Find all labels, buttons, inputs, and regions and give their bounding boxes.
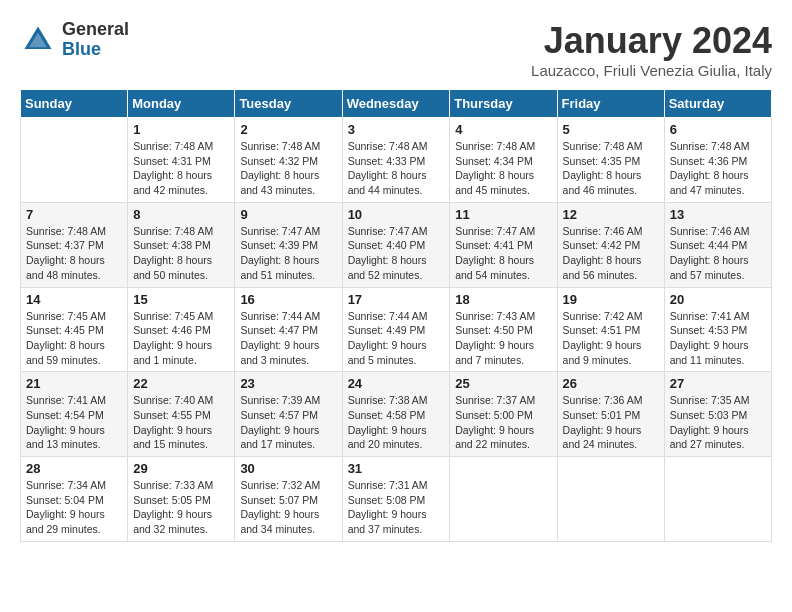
calendar-cell: 9Sunrise: 7:47 AM Sunset: 4:39 PM Daylig… (235, 202, 342, 287)
calendar-cell: 23Sunrise: 7:39 AM Sunset: 4:57 PM Dayli… (235, 372, 342, 457)
day-info: Sunrise: 7:48 AM Sunset: 4:32 PM Dayligh… (240, 139, 336, 198)
logo-icon (20, 22, 56, 58)
calendar-cell: 4Sunrise: 7:48 AM Sunset: 4:34 PM Daylig… (450, 118, 557, 203)
calendar-cell: 19Sunrise: 7:42 AM Sunset: 4:51 PM Dayli… (557, 287, 664, 372)
day-info: Sunrise: 7:46 AM Sunset: 4:42 PM Dayligh… (563, 224, 659, 283)
calendar-day-header: Saturday (664, 90, 771, 118)
day-number: 28 (26, 461, 122, 476)
page-header: General Blue January 2024 Lauzacco, Friu… (20, 20, 772, 79)
day-number: 11 (455, 207, 551, 222)
calendar-cell: 6Sunrise: 7:48 AM Sunset: 4:36 PM Daylig… (664, 118, 771, 203)
day-number: 22 (133, 376, 229, 391)
day-number: 27 (670, 376, 766, 391)
day-info: Sunrise: 7:48 AM Sunset: 4:31 PM Dayligh… (133, 139, 229, 198)
calendar-cell: 2Sunrise: 7:48 AM Sunset: 4:32 PM Daylig… (235, 118, 342, 203)
day-number: 29 (133, 461, 229, 476)
day-number: 20 (670, 292, 766, 307)
day-number: 24 (348, 376, 445, 391)
calendar-cell: 22Sunrise: 7:40 AM Sunset: 4:55 PM Dayli… (128, 372, 235, 457)
calendar-header-row: SundayMondayTuesdayWednesdayThursdayFrid… (21, 90, 772, 118)
calendar-cell: 11Sunrise: 7:47 AM Sunset: 4:41 PM Dayli… (450, 202, 557, 287)
calendar-day-header: Thursday (450, 90, 557, 118)
calendar-day-header: Friday (557, 90, 664, 118)
day-info: Sunrise: 7:45 AM Sunset: 4:45 PM Dayligh… (26, 309, 122, 368)
day-info: Sunrise: 7:48 AM Sunset: 4:34 PM Dayligh… (455, 139, 551, 198)
calendar-cell: 30Sunrise: 7:32 AM Sunset: 5:07 PM Dayli… (235, 457, 342, 542)
day-info: Sunrise: 7:35 AM Sunset: 5:03 PM Dayligh… (670, 393, 766, 452)
calendar-cell (664, 457, 771, 542)
day-info: Sunrise: 7:47 AM Sunset: 4:39 PM Dayligh… (240, 224, 336, 283)
day-info: Sunrise: 7:43 AM Sunset: 4:50 PM Dayligh… (455, 309, 551, 368)
logo: General Blue (20, 20, 129, 60)
calendar-week-row: 28Sunrise: 7:34 AM Sunset: 5:04 PM Dayli… (21, 457, 772, 542)
day-number: 1 (133, 122, 229, 137)
day-info: Sunrise: 7:48 AM Sunset: 4:33 PM Dayligh… (348, 139, 445, 198)
day-number: 7 (26, 207, 122, 222)
calendar-cell: 17Sunrise: 7:44 AM Sunset: 4:49 PM Dayli… (342, 287, 450, 372)
calendar-cell: 5Sunrise: 7:48 AM Sunset: 4:35 PM Daylig… (557, 118, 664, 203)
day-number: 6 (670, 122, 766, 137)
calendar-cell: 26Sunrise: 7:36 AM Sunset: 5:01 PM Dayli… (557, 372, 664, 457)
day-number: 30 (240, 461, 336, 476)
calendar-cell: 15Sunrise: 7:45 AM Sunset: 4:46 PM Dayli… (128, 287, 235, 372)
calendar-day-header: Tuesday (235, 90, 342, 118)
title-section: January 2024 Lauzacco, Friuli Venezia Gi… (531, 20, 772, 79)
calendar-cell: 14Sunrise: 7:45 AM Sunset: 4:45 PM Dayli… (21, 287, 128, 372)
calendar-cell: 25Sunrise: 7:37 AM Sunset: 5:00 PM Dayli… (450, 372, 557, 457)
day-info: Sunrise: 7:42 AM Sunset: 4:51 PM Dayligh… (563, 309, 659, 368)
day-number: 4 (455, 122, 551, 137)
calendar-cell (557, 457, 664, 542)
day-info: Sunrise: 7:44 AM Sunset: 4:47 PM Dayligh… (240, 309, 336, 368)
day-info: Sunrise: 7:41 AM Sunset: 4:53 PM Dayligh… (670, 309, 766, 368)
calendar-cell: 24Sunrise: 7:38 AM Sunset: 4:58 PM Dayli… (342, 372, 450, 457)
calendar-week-row: 7Sunrise: 7:48 AM Sunset: 4:37 PM Daylig… (21, 202, 772, 287)
calendar-cell: 27Sunrise: 7:35 AM Sunset: 5:03 PM Dayli… (664, 372, 771, 457)
logo-text: General Blue (62, 20, 129, 60)
calendar-cell: 7Sunrise: 7:48 AM Sunset: 4:37 PM Daylig… (21, 202, 128, 287)
calendar-day-header: Monday (128, 90, 235, 118)
day-info: Sunrise: 7:47 AM Sunset: 4:40 PM Dayligh… (348, 224, 445, 283)
day-number: 3 (348, 122, 445, 137)
calendar-day-header: Wednesday (342, 90, 450, 118)
day-info: Sunrise: 7:47 AM Sunset: 4:41 PM Dayligh… (455, 224, 551, 283)
calendar-cell: 1Sunrise: 7:48 AM Sunset: 4:31 PM Daylig… (128, 118, 235, 203)
day-number: 21 (26, 376, 122, 391)
calendar-cell: 13Sunrise: 7:46 AM Sunset: 4:44 PM Dayli… (664, 202, 771, 287)
calendar-cell: 20Sunrise: 7:41 AM Sunset: 4:53 PM Dayli… (664, 287, 771, 372)
day-number: 17 (348, 292, 445, 307)
day-number: 13 (670, 207, 766, 222)
day-number: 26 (563, 376, 659, 391)
day-number: 12 (563, 207, 659, 222)
calendar-cell: 29Sunrise: 7:33 AM Sunset: 5:05 PM Dayli… (128, 457, 235, 542)
day-info: Sunrise: 7:33 AM Sunset: 5:05 PM Dayligh… (133, 478, 229, 537)
day-info: Sunrise: 7:48 AM Sunset: 4:36 PM Dayligh… (670, 139, 766, 198)
day-info: Sunrise: 7:44 AM Sunset: 4:49 PM Dayligh… (348, 309, 445, 368)
day-info: Sunrise: 7:40 AM Sunset: 4:55 PM Dayligh… (133, 393, 229, 452)
day-number: 14 (26, 292, 122, 307)
day-info: Sunrise: 7:34 AM Sunset: 5:04 PM Dayligh… (26, 478, 122, 537)
calendar-cell: 12Sunrise: 7:46 AM Sunset: 4:42 PM Dayli… (557, 202, 664, 287)
day-number: 19 (563, 292, 659, 307)
day-info: Sunrise: 7:39 AM Sunset: 4:57 PM Dayligh… (240, 393, 336, 452)
day-number: 25 (455, 376, 551, 391)
day-number: 9 (240, 207, 336, 222)
day-info: Sunrise: 7:32 AM Sunset: 5:07 PM Dayligh… (240, 478, 336, 537)
day-number: 31 (348, 461, 445, 476)
calendar-cell: 31Sunrise: 7:31 AM Sunset: 5:08 PM Dayli… (342, 457, 450, 542)
day-number: 16 (240, 292, 336, 307)
calendar-cell: 8Sunrise: 7:48 AM Sunset: 4:38 PM Daylig… (128, 202, 235, 287)
day-number: 10 (348, 207, 445, 222)
calendar-cell (450, 457, 557, 542)
calendar-cell: 18Sunrise: 7:43 AM Sunset: 4:50 PM Dayli… (450, 287, 557, 372)
logo-general: General (62, 20, 129, 40)
month-year-title: January 2024 (531, 20, 772, 62)
day-info: Sunrise: 7:48 AM Sunset: 4:37 PM Dayligh… (26, 224, 122, 283)
calendar-cell: 21Sunrise: 7:41 AM Sunset: 4:54 PM Dayli… (21, 372, 128, 457)
calendar-week-row: 1Sunrise: 7:48 AM Sunset: 4:31 PM Daylig… (21, 118, 772, 203)
day-info: Sunrise: 7:45 AM Sunset: 4:46 PM Dayligh… (133, 309, 229, 368)
calendar-cell (21, 118, 128, 203)
calendar-week-row: 14Sunrise: 7:45 AM Sunset: 4:45 PM Dayli… (21, 287, 772, 372)
day-number: 23 (240, 376, 336, 391)
day-info: Sunrise: 7:48 AM Sunset: 4:38 PM Dayligh… (133, 224, 229, 283)
day-number: 15 (133, 292, 229, 307)
